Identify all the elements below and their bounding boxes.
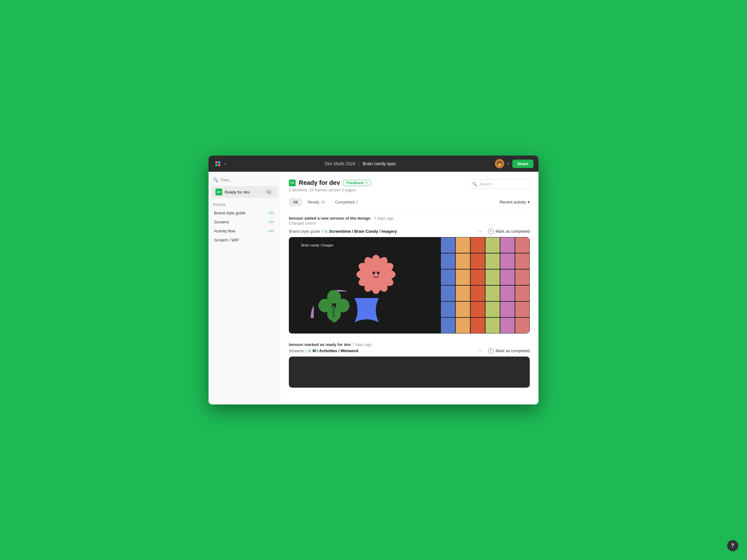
preview-image-2[interactable]: [289, 356, 530, 388]
activity-item-1: benson added a new version of the design…: [289, 216, 530, 334]
sidebar-search-icon: 🔍: [213, 177, 218, 182]
feedback-badge[interactable]: Feedback ↗: [343, 180, 371, 186]
mark-complete-button-2[interactable]: ✓ Mark as completed: [488, 348, 530, 354]
sidebar-item-screens[interactable]: Screens </>: [213, 217, 276, 226]
tab-ready[interactable]: Ready 10: [303, 198, 329, 206]
svg-rect-2: [215, 164, 217, 166]
main-layout: 🔍 </> Ready for dev 12 Pages Brand style…: [209, 172, 538, 404]
help-button[interactable]: ?: [727, 540, 738, 551]
mark-complete-button-1[interactable]: ✓ Mark as completed: [488, 229, 530, 234]
activity-meta-1: benson added a new version of the design…: [289, 216, 530, 220]
chevron-down-icon: ▾: [527, 200, 530, 205]
title-bar-right: 🧑 ▾ Share: [495, 159, 534, 168]
preview-image-1[interactable]: [289, 237, 530, 334]
logo-area[interactable]: ▾: [213, 159, 226, 168]
page-code-icon-screens: </>: [268, 220, 274, 224]
sidebar-item-ready-for-dev[interactable]: </> Ready for dev 12: [211, 186, 277, 198]
ready-for-dev-label: Ready for dev: [225, 190, 262, 194]
tabs-left: All Ready 10 Completed 2: [289, 198, 363, 206]
activity-path-2: Screens / ⊞ M / Activities / Miniword: [289, 348, 358, 353]
svg-rect-0: [215, 161, 217, 163]
sidebar: 🔍 </> Ready for dev 12 Pages Brand style…: [209, 172, 280, 404]
tab-completed[interactable]: Completed 2: [331, 198, 363, 206]
external-link-icon: ↗: [365, 181, 367, 185]
figma-logo-icon: [213, 159, 222, 168]
activity-path-1: Brand style guide / ⊞ Screentime / Brain…: [289, 229, 397, 234]
check-circle-icon-2: ✓: [488, 348, 494, 354]
activity-item-2: benson marked as ready for dev 7 days ag…: [289, 342, 530, 388]
pages-label: Pages: [213, 203, 276, 207]
tabs-row: All Ready 10 Completed 2 Recent activity…: [289, 198, 530, 210]
header-search-box[interactable]: 🔍 Search: [467, 179, 530, 189]
app-window: ▾ Dev Mode 2024 / Brain candy spec 🧑 ▾ S…: [209, 156, 538, 404]
page-title: Ready for dev: [299, 179, 340, 186]
page-code-icon-brand: </>: [268, 211, 274, 215]
dev-mode-icon: </>: [215, 189, 222, 195]
activity-meta-2: benson marked as ready for dev 7 days ag…: [289, 342, 530, 347]
frame-icon-2: ⊞: [308, 349, 311, 353]
tab-all[interactable]: All: [289, 198, 302, 206]
more-options-button-1[interactable]: ···: [476, 228, 484, 235]
sidebar-search-bar[interactable]: 🔍: [209, 176, 280, 186]
activity-path-row-1: Brand style guide / ⊞ Screentime / Brain…: [289, 228, 530, 235]
action-row-2: ··· ✓ Mark as completed: [476, 348, 530, 354]
ready-for-dev-badge: 12: [265, 190, 273, 194]
recent-activity-button[interactable]: Recent activity ▾: [499, 200, 530, 205]
header-search-icon: 🔍: [472, 182, 477, 186]
sidebar-search-input[interactable]: [221, 178, 276, 182]
sidebar-item-brand-style-guide[interactable]: Brand style guide </>: [213, 209, 276, 217]
title-bar: ▾ Dev Mode 2024 / Brain candy spec 🧑 ▾ S…: [209, 156, 538, 172]
header-subtitle: 2 sections, 10 frames across 3 pages: [289, 188, 371, 192]
sidebar-item-scratch-wip[interactable]: Scratch / WIP: [213, 236, 276, 244]
avatar-chevron-icon[interactable]: ▾: [507, 162, 509, 166]
title-bar-center: Dev Mode 2024 / Brain candy spec: [226, 161, 495, 166]
avatar[interactable]: 🧑: [495, 159, 504, 168]
action-row-1: ··· ✓ Mark as completed: [476, 228, 530, 235]
activity-detail-1: Changed colors!: [289, 221, 530, 225]
page-code-icon-activity: </>: [268, 229, 274, 233]
header-title-row: </> Ready for dev Feedback ↗: [289, 179, 371, 186]
svg-rect-1: [218, 161, 221, 163]
check-circle-icon-1: ✓: [488, 229, 494, 234]
svg-rect-3: [218, 164, 221, 166]
frame-icon-1: ⊞: [324, 229, 328, 234]
share-button[interactable]: Share: [512, 160, 534, 168]
header-dev-icon: </>: [289, 180, 296, 186]
header-search-placeholder: Search: [480, 182, 492, 186]
header-left: </> Ready for dev Feedback ↗ 2 sections,…: [289, 179, 371, 192]
content-area: </> Ready for dev Feedback ↗ 2 sections,…: [280, 172, 538, 404]
sidebar-item-activity-flow[interactable]: Activity flow </>: [213, 226, 276, 236]
content-header: </> Ready for dev Feedback ↗ 2 sections,…: [289, 179, 530, 192]
preview-canvas-1: [289, 237, 530, 334]
more-options-button-2[interactable]: ···: [476, 348, 484, 354]
pages-section: Pages Brand style guide </> Screens </> …: [209, 199, 280, 246]
activity-path-row-2: Screens / ⊞ M / Activities / Miniword ··…: [289, 348, 530, 354]
